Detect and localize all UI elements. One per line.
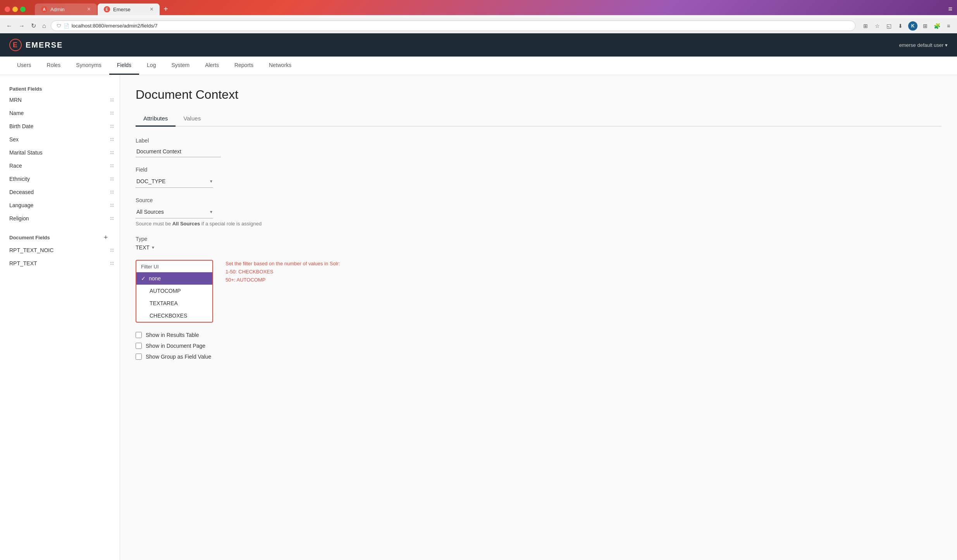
shield-icon: 🛡 bbox=[57, 23, 61, 29]
source-note-prefix: Source must be bbox=[136, 221, 172, 227]
admin-tab-label: Admin bbox=[50, 7, 65, 12]
app-header: E EMERSE emerse default user ▾ bbox=[0, 33, 957, 57]
source-note-suffix: if a special role is assigned bbox=[200, 221, 262, 227]
sidebar-item-ethnicity[interactable]: Ethnicity bbox=[0, 172, 120, 186]
tab-attributes[interactable]: Attributes bbox=[136, 111, 176, 127]
browser-menu-icon[interactable]: ≡ bbox=[948, 5, 952, 13]
nav-synonyms[interactable]: Synonyms bbox=[68, 57, 109, 75]
filter-hint: Set the filter based on the number of va… bbox=[225, 260, 340, 284]
filter-option-autocomp-label: AUTOCOMP bbox=[150, 288, 181, 294]
drag-handle-sex bbox=[110, 138, 114, 141]
grid-icon[interactable]: ⊞ bbox=[921, 22, 929, 30]
profile-icon[interactable]: K bbox=[908, 21, 917, 31]
source-select-label: Source bbox=[136, 197, 942, 203]
filter-ui-container: Filter UI ✓ none AUTOCOMP TEXTAREA bbox=[136, 260, 942, 323]
main-layout: Patient Fields MRN Name Birth Date Sex M… bbox=[0, 75, 957, 560]
show-document-page-group: Show in Document Page bbox=[136, 343, 942, 349]
sidebar-item-rpt-text-noic[interactable]: RPT_TEXT_NOIC bbox=[0, 244, 120, 257]
download-icon[interactable]: ⬇ bbox=[897, 22, 904, 30]
emerse-tab-close[interactable]: × bbox=[150, 6, 153, 13]
drag-handle-language bbox=[110, 204, 114, 207]
nav-users[interactable]: Users bbox=[9, 57, 39, 75]
document-fields-title: Document Fields bbox=[9, 235, 50, 240]
nav-roles[interactable]: Roles bbox=[39, 57, 69, 75]
address-text[interactable]: localhost:8080/emerse/admin2/fields/7 bbox=[72, 23, 850, 29]
source-form-group: Source All Sources ▾ Source must be All … bbox=[136, 197, 942, 227]
browser-tab-admin[interactable]: A Admin × bbox=[35, 3, 97, 15]
nav-fields[interactable]: Fields bbox=[109, 57, 139, 75]
emerse-tab-label: Emerse bbox=[113, 7, 131, 12]
drag-handle-religion bbox=[110, 217, 114, 220]
app-name: EMERSE bbox=[26, 41, 63, 50]
sidebar-item-marital-status[interactable]: Marital Status bbox=[0, 146, 120, 159]
sidebar-item-religion[interactable]: Religion bbox=[0, 212, 120, 225]
nav-system[interactable]: System bbox=[164, 57, 197, 75]
sidebar-item-language[interactable]: Language bbox=[0, 199, 120, 212]
drag-handle-mrn bbox=[110, 98, 114, 101]
sidebar-item-rpt-text-noic-label: RPT_TEXT_NOIC bbox=[9, 247, 53, 253]
traffic-lights bbox=[5, 7, 26, 12]
sidebar-item-race-label: Race bbox=[9, 163, 22, 169]
sidebar-item-sex-label: Sex bbox=[9, 136, 19, 143]
sidebar-item-mrn[interactable]: MRN bbox=[0, 93, 120, 107]
admin-tab-close[interactable]: × bbox=[87, 6, 91, 13]
drag-handle-marital-status bbox=[110, 151, 114, 154]
drag-handle-rpt-noic bbox=[110, 249, 114, 252]
type-select[interactable]: TEXT ▾ bbox=[136, 244, 942, 251]
filter-hint-line1: Set the filter based on the number of va… bbox=[225, 260, 340, 268]
forward-button[interactable]: → bbox=[17, 21, 26, 31]
filter-option-none[interactable]: ✓ none bbox=[136, 272, 212, 285]
source-select-arrow: ▾ bbox=[210, 209, 212, 215]
drag-handle-name bbox=[110, 112, 114, 115]
drag-handle-race bbox=[110, 164, 114, 167]
add-document-field-button[interactable]: + bbox=[101, 233, 110, 242]
source-select[interactable]: All Sources ▾ bbox=[136, 206, 213, 218]
checkboxes-group: Show in Results Table Show in Document P… bbox=[136, 332, 942, 360]
sidebar-item-name[interactable]: Name bbox=[0, 107, 120, 120]
patient-fields-title: Patient Fields bbox=[0, 83, 120, 93]
show-document-page-checkbox[interactable] bbox=[136, 343, 142, 349]
home-button[interactable]: ⌂ bbox=[41, 21, 48, 31]
sidebar-item-birth-date[interactable]: Birth Date bbox=[0, 120, 120, 133]
show-results-table-checkbox[interactable] bbox=[136, 332, 142, 338]
nav-networks[interactable]: Networks bbox=[261, 57, 299, 75]
app-nav: Users Roles Synonyms Fields Log System A… bbox=[0, 57, 957, 75]
sidebar-item-deceased[interactable]: Deceased bbox=[0, 186, 120, 199]
puzzle-icon[interactable]: 🧩 bbox=[933, 22, 941, 30]
content-tabs: Attributes Values bbox=[136, 111, 942, 127]
nav-alerts[interactable]: Alerts bbox=[197, 57, 227, 75]
show-group-as-field-group: Show Group as Field Value bbox=[136, 354, 942, 360]
minimize-window-button[interactable] bbox=[12, 7, 18, 12]
address-bar[interactable]: 🛡 📄 localhost:8080/emerse/admin2/fields/… bbox=[51, 21, 855, 31]
field-select[interactable]: DOC_TYPE ▾ bbox=[136, 175, 213, 188]
bookmark-icon[interactable]: ☆ bbox=[873, 22, 881, 30]
pocket-icon[interactable]: ◱ bbox=[885, 22, 893, 30]
document-fields-header: Document Fields + bbox=[0, 230, 120, 244]
sidebar-item-race[interactable]: Race bbox=[0, 159, 120, 172]
browser-tab-emerse[interactable]: E Emerse × bbox=[98, 3, 160, 15]
filter-option-none-label: none bbox=[149, 275, 161, 282]
lock-icon: 📄 bbox=[64, 23, 69, 29]
nav-log[interactable]: Log bbox=[139, 57, 164, 75]
nav-reports[interactable]: Reports bbox=[227, 57, 261, 75]
filter-option-autocomp[interactable]: AUTOCOMP bbox=[136, 285, 212, 297]
user-menu[interactable]: emerse default user ▾ bbox=[899, 42, 948, 48]
maximize-window-button[interactable] bbox=[20, 7, 26, 12]
menu-icon[interactable]: ≡ bbox=[945, 22, 952, 30]
extensions-icon[interactable]: ⊞ bbox=[862, 22, 869, 30]
new-tab-button[interactable]: + bbox=[160, 3, 171, 15]
reload-button[interactable]: ↻ bbox=[29, 21, 38, 31]
label-input[interactable] bbox=[136, 146, 221, 157]
sidebar-item-rpt-text[interactable]: RPT_TEXT bbox=[0, 257, 120, 270]
show-group-as-field-label: Show Group as Field Value bbox=[146, 354, 211, 360]
back-button[interactable]: ← bbox=[5, 21, 14, 31]
filter-option-textarea[interactable]: TEXTAREA bbox=[136, 297, 212, 309]
filter-dropdown-wrapper: Filter UI ✓ none AUTOCOMP TEXTAREA bbox=[136, 260, 213, 323]
sidebar-item-language-label: Language bbox=[9, 202, 33, 208]
show-group-as-field-checkbox[interactable] bbox=[136, 354, 142, 360]
tab-values[interactable]: Values bbox=[176, 111, 208, 127]
filter-option-checkboxes[interactable]: CHECKBOXES bbox=[136, 309, 212, 322]
sidebar-item-sex[interactable]: Sex bbox=[0, 133, 120, 146]
close-window-button[interactable] bbox=[5, 7, 10, 12]
sidebar-item-deceased-label: Deceased bbox=[9, 189, 34, 195]
